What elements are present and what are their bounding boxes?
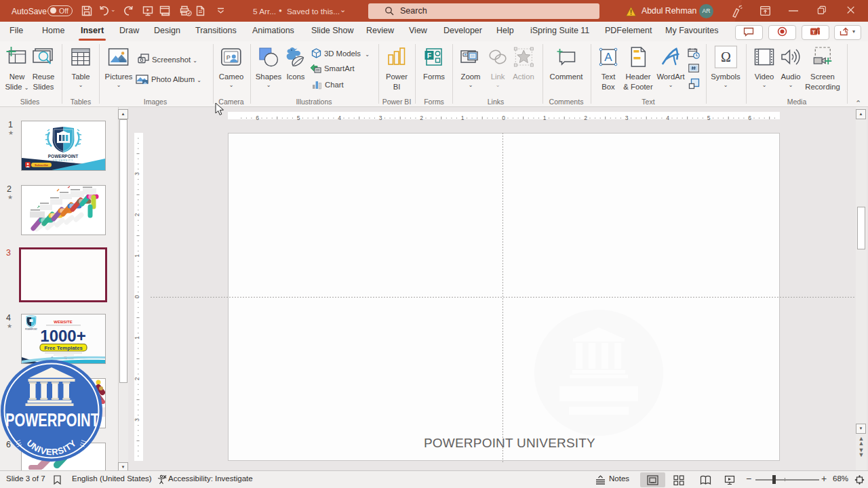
svg-text:POWERPOINT: POWERPOINT xyxy=(48,154,78,159)
svg-text:5: 5 xyxy=(297,115,300,121)
svg-text:1: 1 xyxy=(134,254,140,258)
svg-text:3: 3 xyxy=(134,172,140,176)
svg-text:4: 4 xyxy=(666,115,669,121)
svg-text:POWERPOINT: POWERPOINT xyxy=(25,328,37,331)
svg-text:3: 3 xyxy=(134,418,140,422)
svg-text:2: 2 xyxy=(584,115,587,121)
svg-text:T: T xyxy=(812,29,816,35)
svg-text:1: 1 xyxy=(134,336,140,340)
svg-text:WEBSITE: WEBSITE xyxy=(54,320,72,324)
svg-text:6: 6 xyxy=(256,115,259,121)
svg-text:3: 3 xyxy=(379,115,382,121)
svg-text:5: 5 xyxy=(707,115,711,121)
svg-text:1: 1 xyxy=(461,115,465,121)
svg-text:2: 2 xyxy=(420,115,423,121)
svg-text:2: 2 xyxy=(134,377,140,380)
svg-text:P: P xyxy=(226,54,231,61)
svg-text:1000+: 1000+ xyxy=(40,327,85,345)
svg-text:Ω: Ω xyxy=(721,49,731,64)
svg-text:A: A xyxy=(604,51,612,64)
svg-text:2: 2 xyxy=(134,213,140,216)
svg-text:Free Templates: Free Templates xyxy=(44,345,83,351)
svg-text:F: F xyxy=(427,52,432,60)
svg-text:Subscribe: Subscribe xyxy=(35,163,49,167)
svg-text:0: 0 xyxy=(134,295,140,298)
svg-text:POWERPOINT: POWERPOINT xyxy=(5,409,99,430)
svg-text:6: 6 xyxy=(748,115,751,121)
svg-text:0: 0 xyxy=(502,115,505,121)
svg-text:4: 4 xyxy=(338,115,341,121)
svg-text:1: 1 xyxy=(543,115,547,121)
svg-text:3: 3 xyxy=(625,115,629,121)
